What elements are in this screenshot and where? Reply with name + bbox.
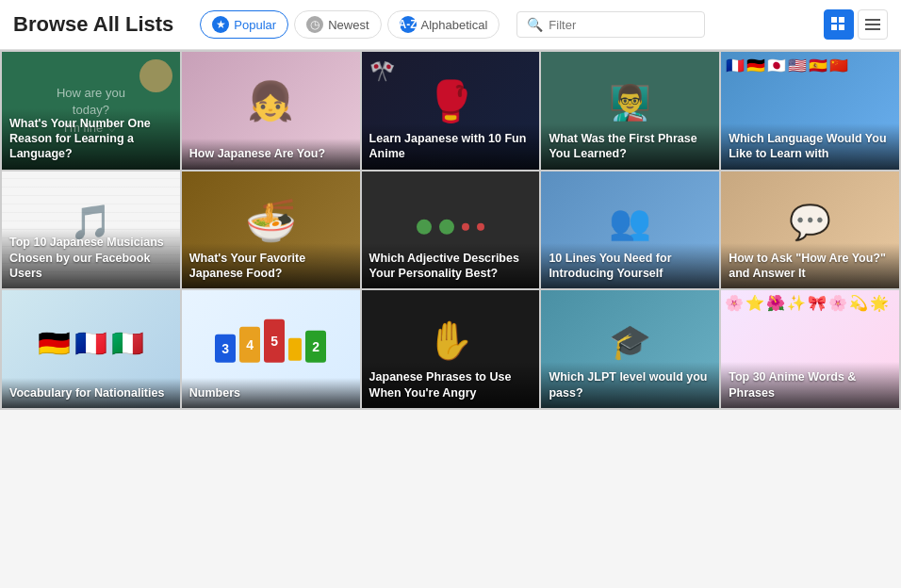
svg-rect-4 bbox=[865, 19, 880, 21]
search-icon: 🔍 bbox=[527, 17, 543, 32]
card-title: What Was the First Phrase You Learned? bbox=[549, 131, 712, 162]
list-item[interactable]: ✋ Japanese Phrases to Use When You're An… bbox=[362, 290, 540, 408]
card-overlay: 10 Lines You Need for Introducing Yourse… bbox=[541, 243, 719, 289]
list-item[interactable]: 👨‍🏫 What Was the First Phrase You Learne… bbox=[541, 52, 719, 170]
search-box[interactable]: 🔍 bbox=[516, 11, 705, 38]
tab-alpha-label: Alphabetical bbox=[421, 18, 488, 32]
alpha-icon: A-Z bbox=[400, 16, 417, 33]
card-overlay: Vocabulary for Nationalities bbox=[2, 378, 180, 408]
list-item[interactable]: 💬 How to Ask "How Are You?" and Answer I… bbox=[721, 172, 899, 289]
list-item[interactable]: 🎵 Top 10 Japanese Musicians Chosen by ou… bbox=[2, 172, 180, 289]
card-overlay: Japanese Phrases to Use When You're Angr… bbox=[362, 362, 540, 408]
card-overlay: Which Language Would You Like to Learn w… bbox=[721, 123, 899, 170]
svg-rect-2 bbox=[831, 24, 837, 30]
list-item[interactable]: 🍜 What's Your Favorite Japanese Food? bbox=[182, 172, 360, 289]
list-item[interactable]: 🎓 Which JLPT level would you pass? bbox=[541, 290, 719, 408]
search-input[interactable] bbox=[549, 18, 695, 32]
list-item[interactable]: 👥 10 Lines You Need for Introducing Your… bbox=[541, 172, 719, 289]
view-toggle bbox=[824, 9, 888, 40]
card-title: Learn Japanese with 10 Fun Anime bbox=[369, 131, 532, 162]
card-overlay: What's Your Number One Reason for Learni… bbox=[2, 108, 180, 170]
svg-rect-6 bbox=[865, 28, 880, 30]
list-item[interactable]: 🥊 🎌 Learn Japanese with 10 Fun Anime bbox=[362, 52, 540, 170]
svg-rect-5 bbox=[865, 24, 880, 25]
grid-icon bbox=[831, 17, 846, 32]
card-title: Japanese Phrases to Use When You're Angr… bbox=[369, 369, 532, 400]
list-view-button[interactable] bbox=[858, 9, 888, 40]
card-title: How to Ask "How Are You?" and Answer It bbox=[729, 251, 892, 282]
card-title: 10 Lines You Need for Introducing Yourse… bbox=[549, 251, 712, 282]
card-title: Which JLPT level would you pass? bbox=[549, 369, 712, 400]
card-overlay: Top 30 Anime Words & Phrases bbox=[721, 362, 899, 408]
tab-popular[interactable]: ★ Popular bbox=[200, 10, 288, 39]
list-item[interactable]: 3 4 5 2 Numbers bbox=[182, 290, 360, 408]
card-title: Which Language Would You Like to Learn w… bbox=[729, 131, 892, 162]
card-overlay: What Was the First Phrase You Learned? bbox=[541, 123, 719, 170]
card-title: Top 10 Japanese Musicians Chosen by our … bbox=[9, 235, 172, 281]
svg-rect-3 bbox=[839, 24, 844, 30]
card-title: Which Adjective Describes Your Personali… bbox=[369, 251, 532, 282]
list-item[interactable]: Which Adjective Describes Your Personali… bbox=[362, 172, 540, 289]
page-header: Browse All Lists ★ Popular ◷ Newest A-Z … bbox=[0, 0, 901, 50]
tab-newest-label: Newest bbox=[328, 18, 369, 32]
list-icon bbox=[865, 17, 880, 32]
popular-icon: ★ bbox=[212, 16, 229, 33]
page-title: Browse All Lists bbox=[13, 12, 173, 37]
grid-view-button[interactable] bbox=[824, 9, 854, 40]
card-title: What's Your Favorite Japanese Food? bbox=[189, 251, 352, 282]
svg-rect-1 bbox=[839, 17, 844, 23]
card-title: Top 30 Anime Words & Phrases bbox=[729, 369, 892, 400]
card-overlay: Numbers bbox=[182, 378, 360, 408]
list-item[interactable]: 🇩🇪 🇫🇷 🇮🇹 Vocabulary for Nationalities bbox=[2, 290, 180, 408]
cards-grid: How are you today?I'm fine ♡ What's Your… bbox=[0, 50, 901, 410]
card-overlay: Which JLPT level would you pass? bbox=[541, 362, 719, 408]
tab-popular-label: Popular bbox=[234, 18, 276, 32]
filter-tabs: ★ Popular ◷ Newest A-Z Alphabetical bbox=[200, 10, 500, 39]
card-title: Numbers bbox=[189, 385, 352, 400]
svg-rect-0 bbox=[831, 17, 837, 23]
list-item[interactable]: 🇫🇷🇩🇪🇯🇵🇺🇸🇪🇸🇨🇳 Which Language Would You Li… bbox=[721, 52, 899, 170]
newest-icon: ◷ bbox=[306, 16, 323, 33]
card-title: Vocabulary for Nationalities bbox=[9, 385, 172, 400]
tab-alphabetical[interactable]: A-Z Alphabetical bbox=[387, 10, 500, 39]
list-item[interactable]: 🌸⭐🌺✨🎀🌸💫🌟 Top 30 Anime Words & Phrases bbox=[721, 290, 899, 408]
tab-newest[interactable]: ◷ Newest bbox=[294, 10, 381, 39]
card-overlay: What's Your Favorite Japanese Food? bbox=[182, 243, 360, 289]
card-overlay: How to Ask "How Are You?" and Answer It bbox=[721, 243, 899, 289]
list-item[interactable]: 👧 How Japanese Are You? bbox=[182, 52, 360, 170]
card-title: What's Your Number One Reason for Learni… bbox=[9, 116, 172, 162]
card-overlay: Which Adjective Describes Your Personali… bbox=[362, 243, 540, 289]
card-overlay: Top 10 Japanese Musicians Chosen by our … bbox=[2, 227, 180, 288]
card-overlay: How Japanese Are You? bbox=[182, 139, 360, 169]
list-item[interactable]: How are you today?I'm fine ♡ What's Your… bbox=[2, 52, 180, 170]
card-overlay: Learn Japanese with 10 Fun Anime bbox=[362, 123, 540, 170]
card-title: How Japanese Are You? bbox=[189, 146, 352, 161]
